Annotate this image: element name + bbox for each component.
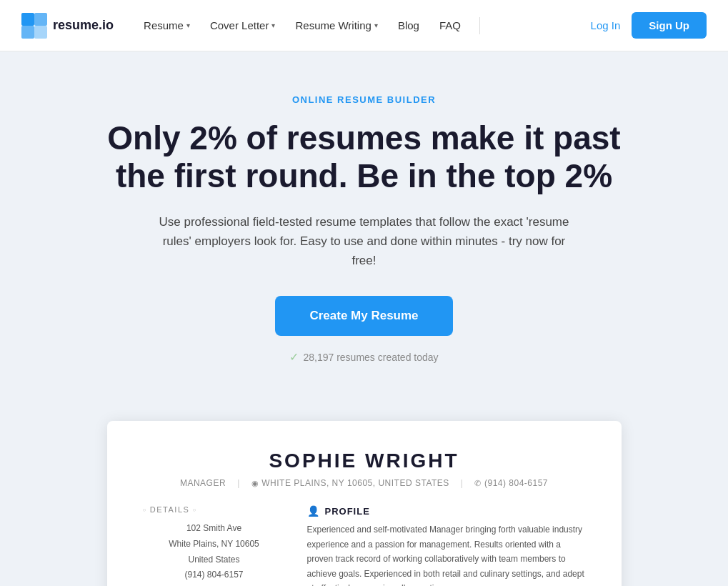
nav-divider <box>479 17 480 34</box>
chevron-down-icon: ▾ <box>374 21 378 29</box>
resume-body: DETAILS 102 Smith Ave White Plains, NY 1… <box>143 505 586 586</box>
resume-right-column: 👤 PROFILE Experienced and self-motivated… <box>307 505 586 586</box>
logo[interactable]: resume.io <box>21 13 114 39</box>
nav-blog[interactable]: Blog <box>389 14 428 37</box>
resume-preview-wrapper: SOPHIE WRIGHT MANAGER | ◉ WHITE PLAINS, … <box>0 421 728 586</box>
profile-icon: 👤 <box>307 505 319 517</box>
nav-resume[interactable]: Resume ▾ <box>135 14 199 37</box>
hero-subtitle: Use professional field-tested resume tem… <box>157 212 572 271</box>
nav-cover-letter[interactable]: Cover Letter ▾ <box>201 14 284 37</box>
login-button[interactable]: Log In <box>591 19 621 31</box>
header-actions: Log In Sign Up <box>591 12 707 39</box>
logo-text: resume.io <box>53 18 114 33</box>
phone-icon: ✆ <box>474 479 482 488</box>
location-icon: ◉ <box>251 479 259 488</box>
svg-rect-3 <box>34 26 47 39</box>
nav-faq[interactable]: FAQ <box>431 14 469 37</box>
header: resume.io Resume ▾ Cover Letter ▾ Resume… <box>0 0 728 51</box>
hero-title: Only 2% of resumes make it past the firs… <box>96 119 632 195</box>
svg-rect-0 <box>21 13 34 26</box>
svg-rect-2 <box>21 26 34 39</box>
nav-resume-writing[interactable]: Resume Writing ▾ <box>286 14 386 37</box>
hero-section: ONLINE RESUME BUILDER Only 2% of resumes… <box>0 51 728 421</box>
hero-eyebrow: ONLINE RESUME BUILDER <box>14 94 714 105</box>
resume-name: SOPHIE WRIGHT <box>143 450 586 472</box>
svg-rect-1 <box>34 13 47 26</box>
resume-meta: MANAGER | ◉ WHITE PLAINS, NY 10605, UNIT… <box>143 478 586 488</box>
resume-count: ✓ 28,197 resumes created today <box>14 350 714 364</box>
check-icon: ✓ <box>289 350 299 364</box>
chevron-down-icon: ▾ <box>186 21 190 29</box>
resume-job-title: MANAGER <box>180 478 226 488</box>
details-section-title: DETAILS <box>143 505 286 514</box>
chevron-down-icon: ▾ <box>271 21 275 29</box>
main-nav: Resume ▾ Cover Letter ▾ Resume Writing ▾… <box>135 14 591 37</box>
resume-card: SOPHIE WRIGHT MANAGER | ◉ WHITE PLAINS, … <box>107 421 622 586</box>
logo-icon <box>21 13 47 39</box>
resume-phone: ✆ (914) 804-6157 <box>474 478 548 488</box>
profile-section-header: 👤 PROFILE <box>307 505 586 517</box>
resume-left-column: DETAILS 102 Smith Ave White Plains, NY 1… <box>143 505 286 586</box>
signup-button[interactable]: Sign Up <box>632 12 707 39</box>
resume-location: ◉ WHITE PLAINS, NY 10605, UNITED STATES <box>251 478 449 488</box>
profile-text: Experienced and self-motivated Manager b… <box>307 522 586 586</box>
cta-button[interactable]: Create My Resume <box>275 296 452 336</box>
resume-address: 102 Smith Ave White Plains, NY 10605 Uni… <box>143 521 286 586</box>
